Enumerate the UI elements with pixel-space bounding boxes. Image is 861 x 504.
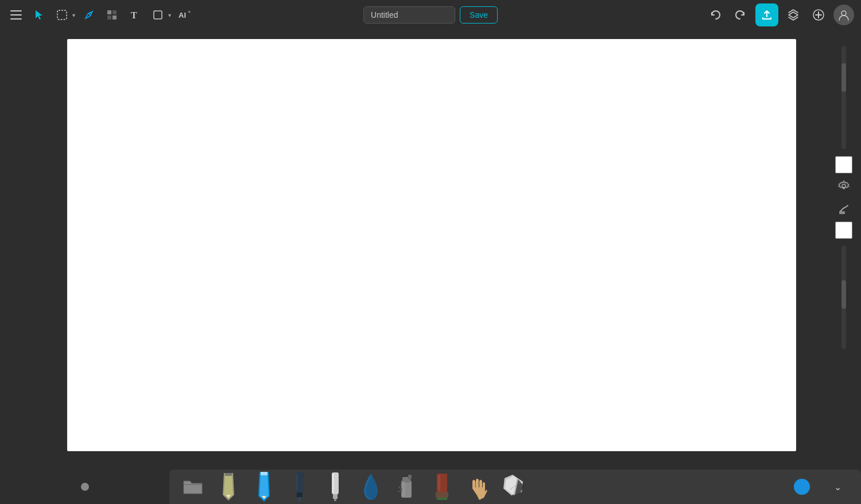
color-circle-button[interactable]	[788, 472, 816, 501]
scrollbar-thumb-top	[841, 63, 846, 92]
svg-point-39	[400, 484, 401, 486]
svg-point-38	[398, 491, 400, 493]
svg-rect-29	[333, 494, 338, 499]
ai-tool-icon[interactable]: AI	[176, 6, 194, 24]
svg-rect-23	[261, 472, 267, 475]
drawing-canvas[interactable]	[67, 39, 796, 451]
scrollbar-thumb-bottom	[841, 280, 846, 309]
svg-rect-42	[436, 492, 448, 498]
drop-tool[interactable]	[356, 472, 385, 501]
grid-tool-icon[interactable]	[103, 6, 121, 24]
pencil-blue-tool[interactable]	[250, 472, 278, 501]
svg-rect-1	[57, 10, 67, 20]
svg-rect-25	[297, 493, 302, 497]
add-button[interactable]	[808, 5, 829, 25]
toolbar-left: ▾ T	[7, 6, 705, 24]
svg-rect-8	[154, 11, 162, 19]
selection-tool-icon[interactable]	[30, 6, 48, 24]
status-dot	[81, 483, 89, 491]
svg-point-2	[89, 13, 91, 15]
pencil-gray-tool[interactable]	[214, 472, 243, 501]
right-scrollbar-top[interactable]	[841, 46, 846, 149]
collapse-button[interactable]: ⌄	[823, 472, 852, 501]
user-profile-button[interactable]	[833, 5, 854, 25]
svg-text:AI: AI	[179, 11, 186, 20]
pen-tool-icon[interactable]	[80, 6, 98, 24]
undo-button[interactable]	[705, 5, 726, 25]
stroke-color-swatch[interactable]	[835, 156, 852, 173]
redo-button[interactable]	[730, 5, 751, 25]
svg-marker-0	[36, 10, 42, 20]
brush-size-icon[interactable]	[833, 199, 854, 219]
svg-rect-6	[113, 15, 117, 20]
active-color-indicator	[794, 479, 810, 495]
bottom-toolbar: ⌄	[169, 470, 861, 504]
svg-rect-30	[334, 499, 336, 501]
svg-rect-15	[839, 211, 845, 214]
chevron-down-icon: ⌄	[834, 482, 841, 493]
svg-rect-41	[438, 475, 440, 491]
shape-dropdown-arrow[interactable]: ▾	[168, 12, 171, 18]
svg-rect-35	[402, 482, 405, 497]
svg-marker-21	[259, 473, 269, 499]
svg-point-13	[841, 11, 846, 15]
spray-tool[interactable]	[392, 472, 421, 501]
svg-rect-26	[298, 497, 301, 501]
right-panel	[827, 30, 861, 504]
lasso-tool-group: ▾	[53, 6, 75, 24]
svg-rect-43	[437, 498, 447, 500]
svg-rect-27	[296, 474, 298, 491]
svg-rect-19	[225, 473, 232, 476]
settings-icon[interactable]	[833, 176, 854, 196]
eraser-tool[interactable]	[499, 472, 528, 501]
folder-tool[interactable]	[179, 472, 207, 501]
toolbar-center: Save	[363, 6, 498, 24]
hand-tool[interactable]	[463, 472, 492, 501]
document-title-input[interactable]	[363, 6, 455, 24]
menu-icon[interactable]	[7, 6, 25, 24]
shape-tool-group: ▾	[149, 6, 171, 24]
svg-point-36	[400, 489, 402, 491]
svg-marker-17	[224, 474, 233, 498]
marker-dark-tool[interactable]	[285, 472, 314, 501]
lasso-dropdown-arrow[interactable]: ▾	[72, 12, 75, 18]
text-tool-icon[interactable]: T	[126, 6, 144, 24]
top-toolbar: ▾ T	[0, 0, 861, 30]
svg-rect-34	[408, 475, 412, 479]
marker-light-tool[interactable]	[321, 472, 350, 501]
right-scrollbar-bottom[interactable]	[841, 246, 846, 349]
fill-color-swatch[interactable]	[835, 222, 852, 239]
canvas-area	[0, 30, 827, 504]
svg-rect-4	[113, 10, 117, 14]
shape-tool-icon[interactable]	[149, 6, 167, 24]
svg-rect-3	[107, 10, 111, 14]
brush-red-tool[interactable]	[428, 472, 456, 501]
svg-text:T: T	[131, 10, 137, 20]
svg-point-37	[399, 487, 401, 489]
save-button[interactable]: Save	[460, 6, 498, 24]
upload-button[interactable]	[755, 3, 778, 26]
lasso-tool-icon[interactable]	[53, 6, 71, 24]
svg-rect-5	[107, 15, 111, 20]
layers-button[interactable]	[783, 5, 804, 25]
svg-rect-31	[332, 474, 334, 493]
toolbar-right	[705, 3, 854, 26]
bottom-left-corner	[0, 470, 169, 504]
